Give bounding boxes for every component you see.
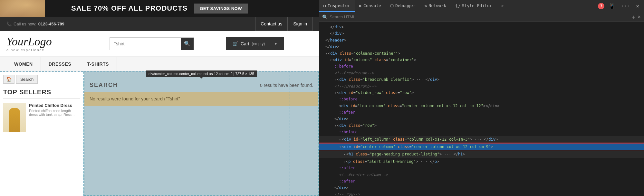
style-editor-label: Style Editor [462,3,492,8]
nav-right: Contact us Sign in [255,17,312,31]
tree-node-closediv1[interactable]: </div> [319,24,644,30]
logo-bar: YourLogo a new experience 🔍 🛒 Cart (empt… [0,31,319,57]
search-results-title: SEARCH [90,82,118,89]
devtools-tab-debugger[interactable]: ⬡ Debugger [386,0,420,12]
console-label: Console [363,3,381,8]
menu-bar: WOMEN DRESSES T-SHIRTS [0,57,319,71]
search-html-icon: 🔍 [322,14,328,20]
contact-link[interactable]: Contact us [255,17,288,31]
tree-node-columns-container[interactable]: <div class="columns-container"> [319,50,644,57]
website-panel: SALE 70% OFF ALL PRODUCTS GET SAVINGS NO… [0,0,319,196]
devtools-tab-more[interactable]: » [497,0,508,12]
tree-node-closediv2[interactable]: </div> [319,30,644,37]
devtools-tab-style-editor[interactable]: {} Style Editor [451,0,497,12]
html-tree: </div> </div> </header> </div> <div clas… [319,22,644,196]
center-content: div#center_column.center_column.col-xs-1… [84,71,319,196]
banner-text: SALE 70% OFF ALL PRODUCTS [71,4,187,13]
banner-image [0,0,45,17]
cart-label: Cart [241,41,249,46]
error-badge: 7 [598,3,604,9]
network-label: Network [428,3,446,8]
pick-element-icon[interactable]: ✕ [638,14,641,20]
cart-status: (empty) [252,42,265,46]
product-name[interactable]: Printed Chiffon Dress [29,103,80,108]
tree-node-after1[interactable]: ::after [319,109,644,116]
tree-node-before3[interactable]: ::before [319,129,644,135]
more-options-icon[interactable]: ··· [619,2,632,10]
tree-node-closeheader[interactable]: </header> [319,37,644,43]
search-input[interactable] [110,38,181,50]
devtools-tab-inspector[interactable]: ◻ Inspector [319,0,355,12]
menu-item-women[interactable]: WOMEN [6,57,41,71]
top-sellers-title: TOP SELLERS [3,89,80,99]
product-image [3,103,26,132]
tree-node-breadcrumb-comment[interactable]: <!--Breadcrumb--> [319,70,644,76]
devtools-tab-network[interactable]: ⇅ Network [420,0,451,12]
cart-arrow-icon: ▼ [274,42,278,46]
tree-node-closediv-row[interactable]: </div> [319,184,644,191]
tree-node-closediv3[interactable]: </div> [319,43,644,50]
logo-text[interactable]: YourLogo [6,36,71,47]
debugger-icon: ⬡ [390,3,394,8]
devtools-extra: 7 📱 ··· ✕ [598,2,644,10]
tree-node-columns[interactable]: <div id="columns" class="container"> [319,57,644,63]
tree-node-closediv-slider[interactable]: </div> [319,116,644,122]
add-node-icon[interactable]: + [632,14,635,20]
tree-node-row-comment[interactable]: <!--.row--> [319,191,644,196]
close-devtools-icon[interactable]: ✕ [634,2,641,10]
home-button[interactable]: 🏠 [3,75,14,84]
devtools-toolbar: ◻ Inspector ▶ Console ⬡ Debugger ⇅ Netwo… [319,0,644,12]
html-search-input[interactable] [330,14,394,19]
product-info: Printed Chiffon Dress Printed chiffon kn… [29,103,80,132]
tree-node-left-column[interactable]: <div id="left_column" class="column col-… [319,136,644,143]
console-icon: ▶ [359,3,362,8]
search-html-actions: + ✕ [632,14,641,20]
tree-node-before2[interactable]: ::before [319,96,644,102]
search-breadcrumb: Search [16,75,38,84]
tree-node-after3[interactable]: ::after [319,178,644,184]
phone-icon: 📞 [6,22,12,26]
menu-item-dresses[interactable]: DRESSES [41,57,79,71]
element-tooltip: div#center_column.center_column.col-xs-1… [146,70,257,77]
no-results-message: No results were found for your search "T… [84,92,318,106]
tree-node-row[interactable]: <div class="row"> [319,122,644,129]
tree-node-p-alert[interactable]: <p class="alert alert-warning"> ··· </p> [319,158,644,165]
search-html-bar: 🔍 + ✕ [319,12,644,22]
content-area: 🏠 Search TOP SELLERS Printed Chiffon Dre… [0,71,319,196]
left-sidebar: 🏠 Search TOP SELLERS Printed Chiffon Dre… [0,71,84,196]
search-bar: 🔍 [110,37,194,50]
devtools-panel: ◻ Inspector ▶ Console ⬡ Debugger ⇅ Netwo… [319,0,644,196]
top-banner: SALE 70% OFF ALL PRODUCTS GET SAVINGS NO… [0,0,319,17]
phone-label: Call us now: [14,22,36,26]
tree-node-slider-row[interactable]: <div id="slider_row" class="row"> [319,89,644,96]
more-tabs-icon: » [501,3,504,8]
style-editor-icon: {} [455,3,460,8]
tree-node-after2[interactable]: ::after [319,165,644,171]
network-icon: ⇅ [425,3,427,8]
inspector-label: Inspector [328,3,350,8]
product-description: Printed chiffon knee length dress with t… [29,109,80,117]
signin-link[interactable]: Sign in [288,17,312,31]
tree-node-top-column[interactable]: <div id="top_column" class="center_colum… [319,103,644,109]
results-count: 0 results have been found. [260,83,313,88]
logo-sub: a new experience [6,48,71,52]
tree-node-center-column[interactable]: <div id="center_column" class="center_co… [319,143,644,150]
tree-node-breadcrumb-div[interactable]: <div class="breadcrumb clearfix"> ··· </… [319,76,644,83]
savings-button[interactable]: GET SAVINGS NOW [194,4,248,14]
responsive-mode-icon[interactable]: 📱 [607,2,617,10]
debugger-label: Debugger [395,3,416,8]
devtools-tab-console[interactable]: ▶ Console [355,0,386,12]
search-header: SEARCH 0 results have been found. [84,79,318,92]
logo-area: YourLogo a new experience [6,36,71,52]
menu-item-tshirts[interactable]: T-SHIRTS [79,57,117,71]
cart-button[interactable]: 🛒 Cart (empty) ▼ [226,37,284,50]
tree-node-h1[interactable]: <h1 class="page-heading product-listing"… [319,151,644,158]
phone-number: 0123-456-789 [38,22,64,26]
tree-node-center-column-comment[interactable]: <!--#center_column--> [319,172,644,178]
search-button[interactable]: 🔍 [181,38,194,50]
tree-node-before1[interactable]: ::before [319,63,644,70]
devtools-tabs: ◻ Inspector ▶ Console ⬡ Debugger ⇅ Netwo… [319,0,508,12]
tree-node-breadcrumb-end-comment[interactable]: <!--/Breadcrumb--> [319,83,644,89]
phone-display: 📞 Call us now: 0123-456-789 [6,22,64,26]
nav-bar: 📞 Call us now: 0123-456-789 Contact us S… [0,17,319,31]
